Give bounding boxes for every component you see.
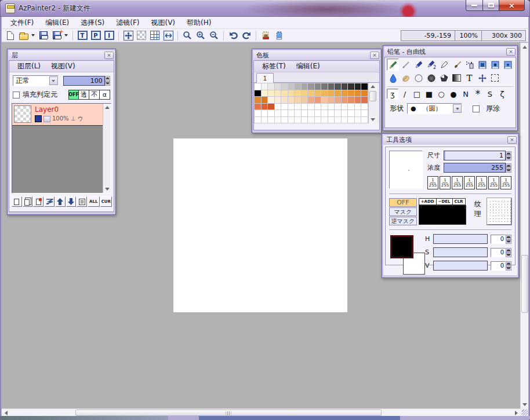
pencil-close-button[interactable]: ×	[506, 48, 516, 56]
saturation-spin-up[interactable]	[506, 248, 511, 253]
palette-cell-r3c7[interactable]	[295, 97, 301, 103]
mode-line-button[interactable]: /	[399, 89, 411, 99]
tool-pencil-button[interactable]	[387, 59, 399, 71]
palette-cell-r2c1[interactable]	[255, 90, 261, 97]
palette-cell-r2c10[interactable]	[315, 90, 321, 97]
palette-cell-r5c12[interactable]	[328, 110, 335, 116]
palette-cell-r5c6[interactable]	[288, 110, 295, 116]
palette-cell-r2c15[interactable]	[348, 90, 354, 97]
palette-cell-r1c12[interactable]	[328, 83, 335, 90]
palette-cell-r3c17[interactable]	[361, 97, 368, 103]
saturation-spin-down[interactable]	[506, 253, 511, 257]
mode-rect-fill-button[interactable]: ■	[423, 89, 435, 99]
menu-view[interactable]: 视图(V)	[145, 17, 181, 29]
tool-move-button[interactable]	[476, 72, 488, 84]
tool-brush-button[interactable]	[451, 59, 463, 71]
palette-cell-r6c8[interactable]	[302, 117, 308, 123]
palette-cell-r2c7[interactable]	[295, 90, 301, 97]
palette-cell-r2c13[interactable]	[335, 90, 341, 97]
save-button[interactable]	[37, 30, 50, 41]
menu-help[interactable]: 帮助(H)	[181, 17, 217, 29]
save-as-dropdown[interactable]	[64, 34, 68, 36]
palette-cell-r3c6[interactable]	[288, 97, 295, 103]
density-preset-button-7[interactable]: 1255	[500, 176, 511, 189]
palette-cell-r1c3[interactable]	[268, 83, 274, 90]
palette-cell-r6c1[interactable]	[255, 117, 261, 123]
palette-cell-r5c3[interactable]	[268, 110, 274, 116]
palette-cell-r1c14[interactable]	[342, 83, 348, 90]
palette-cell-r5c15[interactable]	[348, 110, 354, 116]
palette-cell-r1c4[interactable]	[275, 83, 281, 90]
menu-select[interactable]: 选择(S)	[75, 17, 110, 29]
palette-cell-r4c2[interactable]	[262, 104, 268, 110]
palette-scrollbar[interactable]	[368, 83, 380, 123]
frame-t-button[interactable]: T	[76, 30, 89, 41]
palette-tab-1[interactable]: 1	[256, 73, 274, 83]
palette-cell-r5c7[interactable]	[295, 110, 301, 116]
tool-options-close-button[interactable]: ×	[507, 136, 517, 144]
layer-delete-button[interactable]	[33, 196, 43, 207]
open-file-dropdown[interactable]	[31, 34, 35, 36]
palette-cell-r1c8[interactable]	[302, 83, 308, 90]
density-preset-button-1[interactable]: 1255	[427, 176, 438, 189]
grid-button[interactable]	[148, 30, 161, 41]
palette-cell-r2c9[interactable]	[308, 90, 314, 97]
fill-judge-checkbox[interactable]	[13, 92, 20, 98]
size-slider[interactable]: 1	[444, 151, 506, 160]
mask-off-button[interactable]: OFF	[68, 90, 79, 100]
palette-cell-r3c3[interactable]	[268, 97, 274, 103]
tool-fine-pencil-button[interactable]	[400, 59, 412, 71]
layer-combine-button[interactable]	[44, 196, 55, 207]
mask-color-box[interactable]	[419, 205, 466, 225]
palette-cell-r4c16[interactable]	[355, 104, 361, 110]
close-button[interactable]: ×	[499, 0, 525, 11]
density-spin-down[interactable]	[506, 168, 511, 173]
tool-gradient-button[interactable]	[451, 72, 463, 84]
layer-menu-view[interactable]: 视图(V)	[47, 61, 79, 71]
opacity-spin-down[interactable]	[105, 81, 110, 86]
palette-cell-r2c12[interactable]	[328, 90, 335, 97]
redo-button[interactable]	[240, 30, 253, 41]
vertical-scrollbar[interactable]	[520, 43, 528, 408]
tool-select-button[interactable]	[489, 72, 501, 84]
palette-cell-r1c7[interactable]	[295, 83, 301, 90]
vertical-scroll-thumb[interactable]	[521, 255, 528, 313]
palette-cell-r2c8[interactable]	[302, 90, 308, 97]
menu-filter[interactable]: 滤镜(F)	[110, 17, 145, 29]
layer-list[interactable]: Layer0 100% ⊥ ウ	[12, 103, 111, 193]
layer-panel-close-button[interactable]: ×	[104, 52, 114, 59]
palette-cell-r2c14[interactable]	[342, 90, 348, 97]
layer-properties-button[interactable]	[77, 196, 87, 207]
mode-freehand-button[interactable]: ʒ	[387, 89, 398, 99]
density-preset-button-3[interactable]: 1255	[452, 176, 463, 189]
palette-cell-r5c16[interactable]	[355, 110, 361, 116]
hue-spin-down[interactable]	[506, 239, 511, 244]
palette-cell-r1c13[interactable]	[335, 83, 341, 90]
horizontal-scroll-thumb[interactable]	[75, 410, 382, 416]
zoom-tool-button[interactable]	[181, 30, 194, 41]
layer-all-button[interactable]: ALL	[88, 196, 99, 207]
open-file-button[interactable]	[17, 30, 30, 41]
layer-opacity-slider[interactable]: 100	[63, 76, 105, 86]
canvas-width-button[interactable]	[162, 30, 175, 41]
palette-cell-r1c16[interactable]	[355, 83, 361, 90]
layer-down-button[interactable]	[66, 196, 77, 207]
new-file-button[interactable]	[4, 30, 17, 41]
palette-cell-r4c5[interactable]	[281, 104, 288, 110]
palette-cell-r6c4[interactable]	[275, 117, 281, 123]
palette-cell-r3c5[interactable]	[281, 97, 288, 103]
palette-cell-r3c13[interactable]	[335, 97, 341, 103]
palette-cell-r6c12[interactable]	[328, 117, 335, 123]
hue-slider[interactable]	[433, 234, 488, 244]
mode-rect-button[interactable]: □	[411, 89, 423, 99]
frame-i-button[interactable]: I	[103, 30, 115, 41]
palette-cell-r3c4[interactable]	[275, 97, 281, 103]
mode-polyline-button[interactable]: N	[460, 89, 471, 99]
tool-circle-hard-button[interactable]	[425, 72, 437, 84]
layer-menu-layer[interactable]: 图层(L)	[13, 61, 45, 71]
palette-cell-r6c15[interactable]	[348, 117, 354, 123]
primary-color-swatch[interactable]	[390, 235, 413, 258]
tool-inverse-mask-button[interactable]: 逆マスク	[389, 217, 417, 225]
palette-cell-r1c1[interactable]	[255, 83, 261, 90]
save-as-button[interactable]: +	[50, 30, 63, 41]
